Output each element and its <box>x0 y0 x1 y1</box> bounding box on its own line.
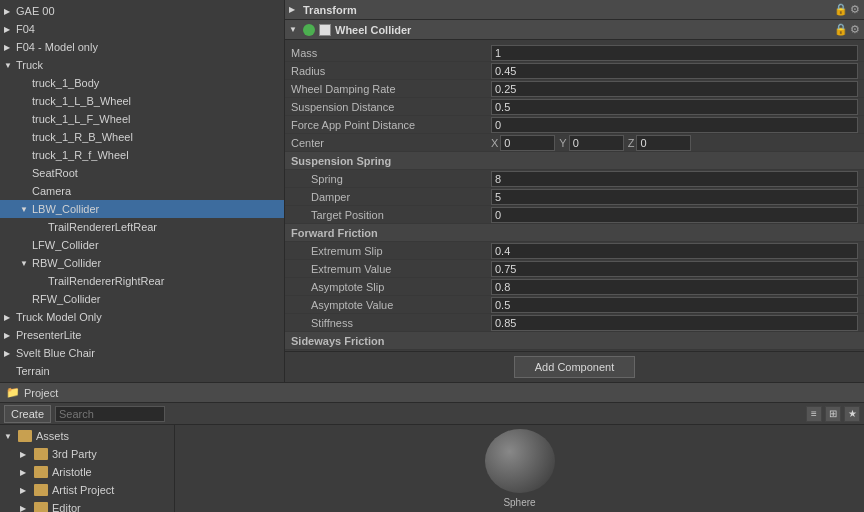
hierarchy-item-rbw-collider[interactable]: ▼ RBW_Collider <box>0 254 284 272</box>
search-input[interactable] <box>55 406 165 422</box>
project-toolbar-icons: ≡ ⊞ ★ <box>806 406 860 422</box>
hierarchy-item-f04[interactable]: ▶ F04 <box>0 20 284 38</box>
ff-asym-val-value-container <box>491 297 858 313</box>
ff-asym-slip-input[interactable] <box>491 279 858 295</box>
hierarchy-item-label: GAE 00 <box>14 5 55 17</box>
ff-asym-val-input[interactable] <box>491 297 858 313</box>
ff-asym-val-row: Asymptote Value <box>285 296 864 314</box>
folder-icon <box>18 430 32 442</box>
arrow-icon: ▶ <box>4 349 14 358</box>
center-label: Center <box>291 137 491 149</box>
arrow-icon: ▶ <box>4 331 14 340</box>
hierarchy-item-label: PresenterLite <box>14 329 81 341</box>
settings-icon[interactable]: ★ <box>844 406 860 422</box>
ff-asym-slip-value-container <box>491 279 858 295</box>
folder-3rd-party[interactable]: ▶ 3rd Party <box>0 445 174 463</box>
hierarchy-item-trail-right-rear[interactable]: TrailRendererRightRear <box>0 272 284 290</box>
spring-row: Spring <box>285 170 864 188</box>
wc-checkbox[interactable] <box>319 24 331 36</box>
lock-icon[interactable]: 🔒 <box>834 23 848 36</box>
hierarchy-item-truck-lb-wheel[interactable]: truck_1_L_B_Wheel <box>0 92 284 110</box>
hierarchy-item-rfw-collider[interactable]: RFW_Collider <box>0 290 284 308</box>
list-view-icon[interactable]: ≡ <box>806 406 822 422</box>
hierarchy-item-trail-left-rear[interactable]: TrailRendererLeftRear <box>0 218 284 236</box>
folder-icon <box>34 484 48 496</box>
damper-input[interactable] <box>491 189 858 205</box>
hierarchy-item-truck-body[interactable]: truck_1_Body <box>0 74 284 92</box>
ff-stiffness-row: Stiffness <box>285 314 864 332</box>
hierarchy-item-lfw-collider[interactable]: LFW_Collider <box>0 236 284 254</box>
wheel-damping-label: Wheel Damping Rate <box>291 83 491 95</box>
ff-ext-slip-input[interactable] <box>491 243 858 259</box>
ff-stiffness-label: Stiffness <box>291 317 491 329</box>
force-app-input[interactable] <box>491 117 858 133</box>
project-assets-tree: ▼ Assets ▶ 3rd Party ▶ Aristotle ▶ Artis… <box>0 425 175 512</box>
hierarchy-item-label: F04 - Model only <box>14 41 98 53</box>
hierarchy-item-terrain[interactable]: Terrain <box>0 362 284 380</box>
project-toolbar: Create ≡ ⊞ ★ <box>0 403 864 425</box>
gear-icon[interactable]: ⚙ <box>850 23 860 36</box>
transform-title: Transform <box>303 4 357 16</box>
project-header: 📁 Project <box>0 383 864 403</box>
forward-friction-label: Forward Friction <box>291 227 491 239</box>
folder-label: Aristotle <box>52 466 92 478</box>
hierarchy-item-label: truck_1_L_F_Wheel <box>30 113 130 125</box>
force-app-label: Force App Point Distance <box>291 119 491 131</box>
center-z-field: Z <box>628 135 692 151</box>
wc-enabled-dot <box>303 24 315 36</box>
wc-collapse-arrow[interactable]: ▼ <box>289 25 299 34</box>
wheel-damping-input[interactable] <box>491 81 858 97</box>
target-pos-input[interactable] <box>491 207 858 223</box>
forward-friction-header: Forward Friction <box>285 224 864 242</box>
arrow-icon: ▼ <box>4 61 14 70</box>
hierarchy-item-gae00[interactable]: ▶ GAE 00 <box>0 2 284 20</box>
add-component-button[interactable]: Add Component <box>514 356 636 378</box>
hierarchy-item-truck-rb-wheel[interactable]: truck_1_R_B_Wheel <box>0 128 284 146</box>
ff-asym-slip-label: Asymptote Slip <box>291 281 491 293</box>
hierarchy-item-label: Truck <box>14 59 43 71</box>
folder-icon <box>34 448 48 460</box>
hierarchy-item-truck-rf-wheel[interactable]: truck_1_R_f_Wheel <box>0 146 284 164</box>
hierarchy-item-camera[interactable]: Camera <box>0 182 284 200</box>
hierarchy-item-truck[interactable]: ▼ Truck <box>0 56 284 74</box>
hierarchy-item-svelt-blue-chair[interactable]: ▶ Svelt Blue Chair <box>0 344 284 362</box>
mass-input[interactable] <box>491 45 858 61</box>
project-content: ▼ Assets ▶ 3rd Party ▶ Aristotle ▶ Artis… <box>0 425 864 512</box>
hierarchy-item-truck-model-only[interactable]: ▶ Truck Model Only <box>0 308 284 326</box>
suspension-distance-row: Suspension Distance <box>285 98 864 116</box>
assets-collapse-arrow: ▼ <box>4 432 14 441</box>
create-button[interactable]: Create <box>4 405 51 423</box>
grid-view-icon[interactable]: ⊞ <box>825 406 841 422</box>
arrow-icon: ▼ <box>20 259 30 268</box>
hierarchy-list: ▶ GAE 00 ▶ F04 ▶ F04 - Model only ▼ Truc… <box>0 0 284 382</box>
folder-label: Editor <box>52 502 81 512</box>
hierarchy-item-truck-lf-wheel[interactable]: truck_1_L_F_Wheel <box>0 110 284 128</box>
center-x-input[interactable] <box>500 135 555 151</box>
lock-icon[interactable]: 🔒 <box>834 3 848 16</box>
hierarchy-item-seatroot[interactable]: SeatRoot <box>0 164 284 182</box>
gear-icon[interactable]: ⚙ <box>850 3 860 16</box>
ff-stiffness-input[interactable] <box>491 315 858 331</box>
hierarchy-item-f04model[interactable]: ▶ F04 - Model only <box>0 38 284 56</box>
radius-input[interactable] <box>491 63 858 79</box>
center-y-input[interactable] <box>569 135 624 151</box>
center-z-input[interactable] <box>636 135 691 151</box>
suspension-distance-input[interactable] <box>491 99 858 115</box>
center-y-label: Y <box>559 137 566 149</box>
assets-root-item[interactable]: ▼ Assets <box>0 427 174 445</box>
hierarchy-item-presenter-lite[interactable]: ▶ PresenterLite <box>0 326 284 344</box>
wheel-damping-value-container <box>491 81 858 97</box>
folder-aristotle[interactable]: ▶ Aristotle <box>0 463 174 481</box>
arrow-icon: ▶ <box>20 468 30 477</box>
ff-ext-val-input[interactable] <box>491 261 858 277</box>
hierarchy-item-lbw-collider[interactable]: ▼ LBW_Collider <box>0 200 284 218</box>
transform-collapse-arrow[interactable]: ▶ <box>289 5 299 14</box>
spring-input[interactable] <box>491 171 858 187</box>
folder-editor[interactable]: ▶ Editor <box>0 499 174 512</box>
force-app-row: Force App Point Distance <box>285 116 864 134</box>
hierarchy-item-label: truck_1_R_f_Wheel <box>30 149 129 161</box>
folder-artist-project[interactable]: ▶ Artist Project <box>0 481 174 499</box>
suspension-distance-label: Suspension Distance <box>291 101 491 113</box>
hierarchy-item-label: truck_1_R_B_Wheel <box>30 131 133 143</box>
target-pos-row: Target Position <box>285 206 864 224</box>
